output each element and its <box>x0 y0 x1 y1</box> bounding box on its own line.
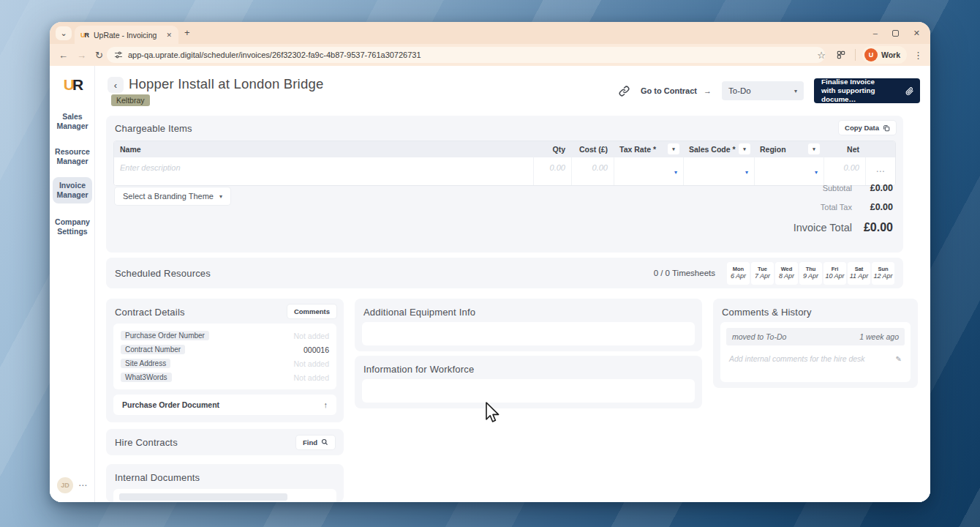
field-label: Purchase Order Number <box>121 331 209 340</box>
day-chip-wed[interactable]: Wed8 Apr <box>775 262 798 285</box>
copy-data-button[interactable]: Copy Data <box>839 121 896 135</box>
scheduled-resources-heading: Scheduled Resources <box>115 268 211 279</box>
day-chip-thu[interactable]: Thu9 Apr <box>799 262 822 285</box>
total-tax-label: Total Tax <box>821 203 852 212</box>
field-value: Not added <box>294 373 329 382</box>
history-time: 1 week ago <box>859 332 899 341</box>
caret-down-icon[interactable]: ▾ <box>808 143 820 154</box>
col-sales-code: Sales Code *▾ <box>683 141 754 157</box>
day-chip-sun[interactable]: Sun12 Apr <box>872 262 894 285</box>
tab-groups-icon[interactable] <box>836 50 846 60</box>
back-icon[interactable]: ← <box>59 50 68 61</box>
pencil-icon: ✎ <box>896 355 902 363</box>
profile-chip[interactable]: U Work <box>862 46 907 64</box>
ellipsis-icon: ⋯ <box>876 166 886 176</box>
branding-theme-dropdown[interactable]: Select a Branding Theme ▾ <box>115 187 230 205</box>
upload-arrow-icon: ↑ <box>324 400 328 409</box>
sidebar-item-sales-manager[interactable]: Sales Manager <box>53 108 92 135</box>
total-tax-value: £0.00 <box>861 202 893 212</box>
caret-down-icon: ▾ <box>219 193 222 200</box>
back-button[interactable]: ‹ <box>108 77 124 93</box>
day-chip-fri[interactable]: Fri10 Apr <box>823 262 846 285</box>
field-label: Contract Number <box>121 345 185 354</box>
region-select[interactable]: ▾ <box>754 157 823 185</box>
copy-link-icon[interactable] <box>618 85 630 97</box>
field-value: 000016 <box>304 345 329 354</box>
profile-avatar: U <box>864 48 878 61</box>
tab-title: UpRate - Invoicing <box>94 31 160 40</box>
description-input[interactable]: Enter description <box>120 163 181 172</box>
comment-input[interactable]: Add internal comments for the hire desk … <box>726 354 905 363</box>
caret-down-icon: ▾ <box>745 169 748 176</box>
col-net: Net <box>823 141 865 157</box>
purchase-order-document-upload[interactable]: Purchase Order Document ↑ <box>113 395 336 415</box>
invoice-total-label: Invoice Total <box>794 222 852 233</box>
tab-close-icon[interactable]: ✕ <box>165 30 173 40</box>
table-row: Enter description 0.00 0.00 ▾ ▾ ▾ 0.00 ⋯ <box>114 157 895 185</box>
history-text: moved to To-Do <box>732 332 786 341</box>
caret-down-icon: ▾ <box>815 169 818 176</box>
day-chip-tue[interactable]: Tue7 Apr <box>751 262 774 285</box>
browser-tab[interactable]: UR UpRate - Invoicing ✕ <box>75 26 178 44</box>
chevron-down-icon: ⌄ <box>60 29 67 38</box>
chargeable-items-card: Chargeable Items Copy Data Name Qty Cost… <box>106 116 903 253</box>
sidebar-item-company-settings[interactable]: Company Settings <box>53 214 92 240</box>
col-qty: Qty <box>533 141 571 157</box>
field-value: Not added <box>294 359 329 368</box>
new-tab-button[interactable]: + <box>184 27 190 38</box>
field-value: Not added <box>294 332 329 340</box>
additional-equipment-card: Additional Equipment Info <box>355 299 702 351</box>
workforce-info-input[interactable] <box>362 379 695 403</box>
caret-down-icon[interactable]: ▾ <box>739 143 750 154</box>
hire-contracts-card: Hire Contracts Find <box>106 429 344 455</box>
col-actions <box>865 141 895 157</box>
copy-icon <box>883 124 890 132</box>
row-more-button[interactable]: ⋯ <box>865 157 895 185</box>
cost-input[interactable]: 0.00 <box>592 163 608 172</box>
comments-history-card: Comments & History moved to To-Do 1 week… <box>713 299 918 388</box>
day-chip-mon[interactable]: Mon6 Apr <box>727 262 750 285</box>
minimize-button[interactable]: – <box>873 29 878 37</box>
additional-equipment-input[interactable] <box>362 322 695 345</box>
net-value: 0.00 <box>844 163 859 172</box>
url-text: app-qa.uprate.digital/scheduler/invoices… <box>128 51 421 59</box>
status-dropdown[interactable]: To-Do ▾ <box>722 81 804 100</box>
reload-icon[interactable]: ↻ <box>95 50 103 61</box>
finalise-invoice-button[interactable]: Finalise Invoicewith supporting docume… <box>814 78 920 103</box>
col-cost: Cost (£) <box>571 141 614 157</box>
client-tag: Keltbray <box>111 94 150 106</box>
desktop-wallpaper: ⌄ UR UpRate - Invoicing ✕ + – ✕ ← → ↻ a <box>0 0 980 527</box>
timesheets-count: 0 / 0 Timesheets <box>654 269 715 277</box>
arrow-right-icon: → <box>704 86 712 95</box>
hire-contracts-heading: Hire Contracts <box>115 437 178 448</box>
comments-button[interactable]: Comments <box>287 304 336 318</box>
qty-input[interactable]: 0.00 <box>550 163 565 172</box>
field-label: Site Address <box>121 359 170 368</box>
sales-code-select[interactable]: ▾ <box>683 157 754 185</box>
sidebar-item-resource-manager[interactable]: Resource Manager <box>53 143 92 170</box>
address-bar[interactable]: app-qa.uprate.digital/scheduler/invoices… <box>107 47 825 63</box>
internal-documents-heading: Internal Documents <box>115 472 200 483</box>
tax-rate-select[interactable]: ▾ <box>614 157 683 185</box>
bookmark-star-icon[interactable]: ☆ <box>817 50 826 61</box>
forward-icon[interactable]: → <box>77 50 86 61</box>
paperclip-icon <box>905 86 914 96</box>
user-menu-icon[interactable]: ⋯ <box>78 480 88 490</box>
status-value: To-Do <box>728 86 751 95</box>
sidebar-item-invoice-manager[interactable]: Invoice Manager <box>53 177 92 203</box>
profile-name: Work <box>881 51 900 59</box>
find-button[interactable]: Find <box>296 436 335 449</box>
caret-down-icon[interactable]: ▾ <box>668 143 679 154</box>
browser-menu-icon[interactable]: ⋮ <box>913 50 923 61</box>
browser-tabstrip: ⌄ UR UpRate - Invoicing ✕ + – ✕ <box>50 22 930 44</box>
tab-search-button[interactable]: ⌄ <box>56 26 72 40</box>
chargeable-items-table: Name Qty Cost (£) Tax Rate *▾ Sales Code… <box>113 141 896 186</box>
day-chip-sat[interactable]: Sat11 Apr <box>848 262 870 285</box>
site-info-icon[interactable] <box>114 51 123 59</box>
history-entry: moved to To-Do 1 week ago <box>726 328 905 345</box>
window-close-button[interactable]: ✕ <box>913 29 920 38</box>
user-avatar[interactable]: JD <box>57 477 73 493</box>
go-to-contract-button[interactable]: Go to Contract → <box>641 86 712 95</box>
maximize-button[interactable] <box>892 30 899 37</box>
search-icon <box>321 438 328 446</box>
